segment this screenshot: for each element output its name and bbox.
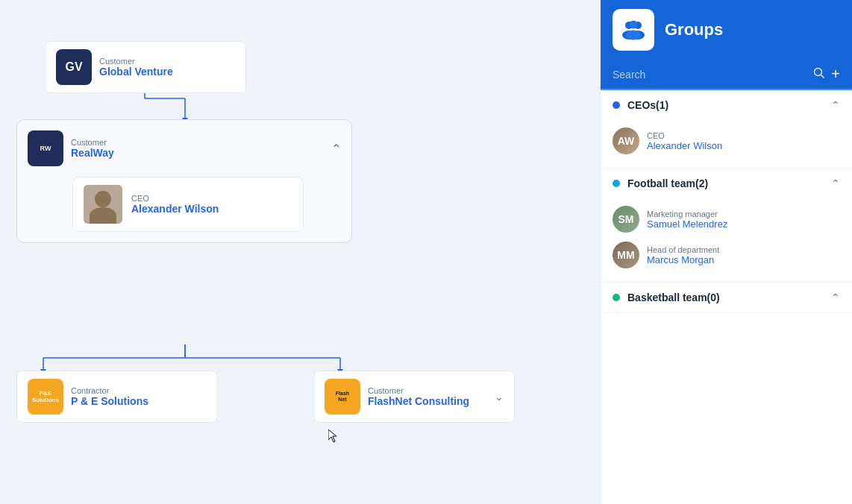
svg-point-16: [630, 21, 638, 29]
member-name-samuel: Samuel Melendrez: [647, 218, 727, 230]
group-members-football: SM Marketing manager Samuel Melendrez MM…: [601, 198, 852, 282]
node-logo-pe: P&ESolutions: [28, 379, 63, 415]
ceo-info: CEO Alexander Wilson: [131, 194, 219, 215]
member-info-alexander: CEO Alexander Wilson: [647, 131, 722, 151]
node-type-rw: Customer: [71, 138, 324, 147]
realway-header: RW Customer RealWay ⌃: [28, 130, 341, 166]
node-name-pe: P & E Solutions: [71, 395, 148, 407]
node-info-fn: Customer FlashNet Consulting: [368, 386, 469, 407]
group-section-basketball: Basketball team(0) ⌃: [601, 283, 852, 313]
group-chevron-ceos[interactable]: ⌃: [831, 99, 840, 111]
node-type-pe: Contractor: [71, 386, 148, 395]
search-icon[interactable]: [813, 67, 825, 82]
node-name-gv: Global Venture: [99, 66, 173, 78]
node-pe-solutions[interactable]: P&ESolutions Contractor P & E Solutions: [16, 371, 218, 423]
group-section-football: Football team(2) ⌃ SM Marketing manager …: [601, 168, 852, 283]
node-info-rw: Customer RealWay: [71, 138, 324, 159]
group-name-football: Football team(2): [627, 177, 708, 189]
member-name-alexander: Alexander Wilson: [647, 140, 722, 151]
node-logo-gv: GV: [56, 49, 92, 85]
member-info-marcus: Head of department Marcus Morgan: [647, 245, 719, 265]
add-group-button[interactable]: +: [831, 66, 840, 83]
group-chevron-basketball[interactable]: ⌃: [831, 292, 840, 303]
node-info-pe: Contractor P & E Solutions: [71, 386, 148, 407]
ceo-name: Alexander Wilson: [131, 203, 219, 215]
group-dot-football: [613, 180, 620, 187]
node-flashnet[interactable]: FlashNet Customer FlashNet Consulting ⌄: [313, 371, 515, 423]
groups-icon: [620, 19, 647, 41]
groups-icon-box: [613, 9, 654, 51]
node-realway-container[interactable]: RW Customer RealWay ⌃ CEO Alexander Wils…: [16, 119, 352, 243]
groups-title: Groups: [665, 20, 723, 40]
member-role-alexander: CEO: [647, 131, 722, 140]
member-item[interactable]: AW CEO Alexander Wilson: [613, 123, 840, 159]
group-name-ceos: CEOs(1): [627, 99, 668, 111]
groups-search-bar: +: [601, 60, 852, 90]
groups-list: CEOs(1) ⌃ AW CEO Alexander Wilson: [601, 90, 852, 504]
ceo-avatar-image: [84, 185, 122, 224]
member-name-marcus: Marcus Morgan: [647, 254, 719, 265]
group-dot-basketball: [613, 294, 620, 301]
svg-point-17: [626, 31, 641, 40]
node-logo-fn: FlashNet: [325, 379, 360, 415]
group-header-ceos[interactable]: CEOs(1) ⌃: [601, 90, 852, 120]
member-avatar-samuel: SM: [613, 206, 639, 233]
org-chart-panel: GV Customer Global Venture RW Customer R…: [0, 0, 600, 504]
groups-header: Groups: [601, 0, 852, 60]
member-avatar-marcus: MM: [613, 242, 639, 268]
group-dot-ceos: [613, 101, 620, 109]
node-global-venture[interactable]: GV Customer Global Venture: [45, 41, 246, 93]
member-item[interactable]: SM Marketing manager Samuel Melendrez: [613, 201, 840, 237]
group-header-football[interactable]: Football team(2) ⌃: [601, 168, 852, 198]
ceo-card-realway[interactable]: CEO Alexander Wilson: [72, 177, 304, 232]
member-role-marcus: Head of department: [647, 245, 719, 254]
group-members-ceos: AW CEO Alexander Wilson: [601, 120, 852, 168]
node-info-gv: Customer Global Venture: [99, 57, 173, 78]
flashnet-expand-chevron[interactable]: ⌄: [495, 391, 504, 403]
mouse-cursor: [328, 429, 339, 444]
group-header-basketball[interactable]: Basketball team(0) ⌃: [601, 283, 852, 312]
node-name-fn: FlashNet Consulting: [368, 395, 469, 407]
ceo-avatar: [84, 185, 122, 224]
realway-collapse-chevron[interactable]: ⌃: [331, 142, 341, 156]
member-role-samuel: Marketing manager: [647, 210, 727, 218]
group-section-ceos: CEOs(1) ⌃ AW CEO Alexander Wilson: [601, 90, 852, 168]
ceo-role: CEO: [131, 194, 219, 203]
group-name-basketball: Basketball team(0): [627, 292, 720, 303]
member-item[interactable]: MM Head of department Marcus Morgan: [613, 237, 840, 273]
node-type-gv: Customer: [99, 57, 173, 66]
member-info-samuel: Marketing manager Samuel Melendrez: [647, 210, 727, 230]
right-panel-groups: Groups + CEOs(1) ⌃: [600, 0, 852, 504]
org-chart: GV Customer Global Venture RW Customer R…: [0, 0, 600, 504]
member-avatar-alexander: AW: [613, 127, 639, 154]
node-name-rw: RealWay: [71, 147, 324, 159]
node-type-fn: Customer: [368, 386, 469, 395]
groups-search-input[interactable]: [613, 69, 807, 81]
group-chevron-football[interactable]: ⌃: [831, 177, 840, 189]
node-logo-rw: RW: [28, 130, 63, 166]
svg-line-19: [821, 75, 824, 78]
